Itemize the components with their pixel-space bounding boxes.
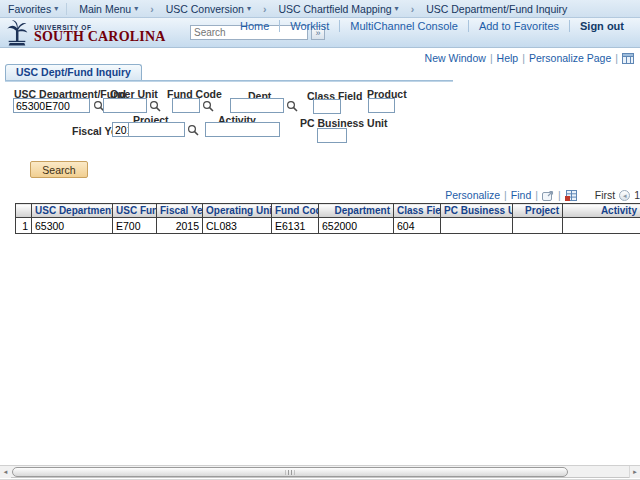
col-header-class-field: Class Field xyxy=(394,204,441,218)
oper-unit-input[interactable] xyxy=(103,98,147,113)
dept-input[interactable] xyxy=(230,98,284,113)
product-input[interactable] xyxy=(368,98,395,113)
breadcrumb-item-usc-conversion[interactable]: USC Conversion ▾ xyxy=(158,3,259,15)
separator: | xyxy=(535,189,538,201)
table-header-row: USC Department USC Fund Fiscal Year Oper… xyxy=(16,204,640,218)
col-header-department: Department xyxy=(319,204,394,218)
usc-department-fund-input[interactable] xyxy=(13,98,90,113)
cell-operating-unit: CL083 xyxy=(203,218,272,234)
header-link-worklist[interactable]: Worklist xyxy=(279,20,339,32)
download-to-excel-icon[interactable] xyxy=(565,190,577,201)
separator: | xyxy=(558,189,561,201)
col-header-fiscal-year: Fiscal Year xyxy=(157,204,203,218)
horizontal-scrollbar[interactable]: ◄ ► xyxy=(0,465,640,478)
breadcrumb-item-label: USC Department/Fund Inquiry xyxy=(426,3,567,15)
pc-business-unit-input[interactable] xyxy=(317,128,347,143)
project-input[interactable] xyxy=(128,122,185,137)
breadcrumb-separator-icon: › xyxy=(146,3,158,15)
application-window: Favorites ▾ Main Menu ▾ › USC Conversion… xyxy=(0,0,640,480)
header-link-multichannel-console[interactable]: MultiChannel Console xyxy=(339,20,468,32)
find-link[interactable]: Find xyxy=(511,189,531,201)
pagination-first-label: First xyxy=(595,189,615,201)
page-number: 1 xyxy=(634,189,640,201)
col-header-usc-fund: USC Fund xyxy=(113,204,157,218)
breadcrumb: Favorites ▾ Main Menu ▾ › USC Conversion… xyxy=(0,0,640,18)
cell-usc-department: 65300 xyxy=(32,218,113,234)
logo-line2: SOUTH CAROLINA xyxy=(34,31,166,43)
separator: | xyxy=(615,52,618,64)
breadcrumb-item-main-menu[interactable]: Main Menu ▾ xyxy=(71,3,146,15)
chevron-down-icon: ▾ xyxy=(395,4,399,13)
logo-text: UNIVERSITY OF SOUTH CAROLINA xyxy=(34,24,166,43)
breadcrumb-separator-icon: › xyxy=(259,3,271,15)
scrollbar-grip-icon xyxy=(286,470,295,475)
fund-code-input[interactable] xyxy=(172,98,200,113)
table-row: 1 65300 E700 2015 CL083 E6131 652000 604 xyxy=(16,218,640,234)
tab-usc-dept-fund-inquiry[interactable]: USC Dept/Fund Inquiry xyxy=(5,64,142,80)
grid-toolbar: Personalize | Find | | First ◂ 1 xyxy=(15,188,640,202)
lookup-icon-project[interactable] xyxy=(187,124,199,136)
breadcrumb-item-favorites[interactable]: Favorites ▾ xyxy=(6,3,67,15)
page-action-links: New Window | Help | Personalize Page | xyxy=(425,52,634,64)
lookup-icon-dept[interactable] xyxy=(286,100,298,112)
tab-divider xyxy=(5,80,453,82)
lookup-icon-oper-unit[interactable] xyxy=(149,100,161,112)
chevron-down-icon: ▾ xyxy=(134,4,138,13)
header-link-home[interactable]: Home xyxy=(230,20,279,32)
header-link-add-to-favorites[interactable]: Add to Favorites xyxy=(468,20,569,32)
breadcrumb-item-label: Main Menu xyxy=(79,3,131,15)
palmetto-tree-icon xyxy=(4,19,30,48)
cell-project xyxy=(513,218,563,234)
usc-logo: UNIVERSITY OF SOUTH CAROLINA xyxy=(4,19,166,48)
breadcrumb-item-usc-department-fund-inquiry[interactable]: USC Department/Fund Inquiry xyxy=(418,3,575,15)
help-link[interactable]: Help xyxy=(497,52,519,64)
breadcrumb-item-usc-chartfield-mapping[interactable]: USC Chartfield Mapping ▾ xyxy=(270,3,406,15)
col-header-fund-code: Fund Code xyxy=(272,204,319,218)
previous-page-icon[interactable]: ◂ xyxy=(619,190,630,201)
chevron-down-icon: ▾ xyxy=(247,4,251,13)
lookup-icon-fund-code[interactable] xyxy=(202,100,214,112)
view-all-popup-icon[interactable] xyxy=(542,190,554,201)
activity-input[interactable] xyxy=(205,122,280,137)
personalize-page-link[interactable]: Personalize Page xyxy=(529,52,611,64)
breadcrumb-item-label: USC Conversion xyxy=(166,3,244,15)
col-header-activity: Activity xyxy=(563,204,640,218)
col-header-rownum xyxy=(16,204,32,218)
personalize-layout-icon[interactable] xyxy=(622,53,634,64)
cell-usc-fund: E700 xyxy=(113,218,157,234)
scrollbar-thumb[interactable] xyxy=(12,467,568,477)
separator: | xyxy=(522,52,525,64)
col-header-project: Project xyxy=(513,204,563,218)
cell-fiscal-year: 2015 xyxy=(157,218,203,234)
cell-fund-code: E6131 xyxy=(272,218,319,234)
scroll-left-arrow-icon[interactable]: ◄ xyxy=(0,466,11,478)
cell-rownum: 1 xyxy=(16,218,32,234)
col-header-pc-business-unit: PC Business Unit xyxy=(441,204,513,218)
personalize-link[interactable]: Personalize xyxy=(445,189,500,201)
application-header: UNIVERSITY OF SOUTH CAROLINA » Home Work… xyxy=(0,18,640,48)
breadcrumb-item-label: USC Chartfield Mapping xyxy=(278,3,391,15)
header-links: Home Worklist MultiChannel Console Add t… xyxy=(230,20,634,32)
separator: | xyxy=(490,52,493,64)
header-link-sign-out[interactable]: Sign out xyxy=(569,20,634,32)
cell-activity xyxy=(563,218,640,234)
separator: | xyxy=(504,189,507,201)
breadcrumb-separator-icon: › xyxy=(407,3,419,15)
col-header-usc-department: USC Department xyxy=(32,204,113,218)
scroll-right-arrow-icon[interactable]: ► xyxy=(629,466,640,478)
class-field-input[interactable] xyxy=(313,99,341,114)
new-window-link[interactable]: New Window xyxy=(425,52,486,64)
cell-pc-business-unit xyxy=(441,218,513,234)
chevron-down-icon: ▾ xyxy=(54,4,58,13)
results-table: USC Department USC Fund Fiscal Year Oper… xyxy=(15,203,640,234)
tab-label: USC Dept/Fund Inquiry xyxy=(16,66,131,78)
search-button[interactable]: Search xyxy=(30,161,88,178)
col-header-operating-unit: Operating Unit xyxy=(203,204,272,218)
cell-department: 652000 xyxy=(319,218,394,234)
breadcrumb-item-label: Favorites xyxy=(8,3,51,15)
cell-class-field: 604 xyxy=(394,218,441,234)
